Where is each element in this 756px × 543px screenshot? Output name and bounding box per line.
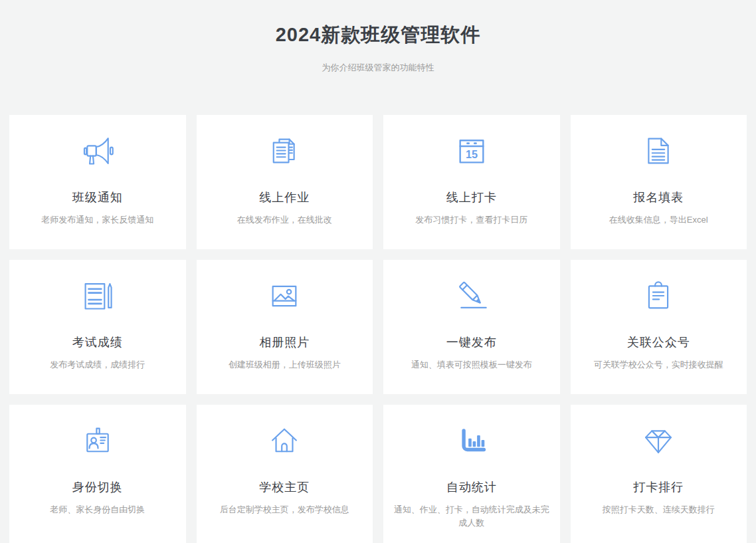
feature-card: 学校主页 后台定制学校主页，发布学校信息 bbox=[197, 405, 373, 543]
photo-icon bbox=[267, 278, 302, 313]
feature-card: 报名填表 在线收集信息，导出Excel bbox=[571, 115, 747, 249]
feature-card: 相册照片 创建班级相册，上传班级照片 bbox=[197, 260, 373, 394]
feature-card: 身份切换 老师、家长身份自由切换 bbox=[9, 405, 186, 543]
feature-title: 班级通知 bbox=[19, 189, 177, 205]
feature-card: 班级通知 老师发布通知，家长反馈通知 bbox=[9, 115, 186, 249]
feature-grid: 班级通知 老师发布通知，家长反馈通知 线上作业 在线发布作业，在线批改 15 线… bbox=[9, 115, 747, 543]
diamond-icon bbox=[641, 423, 676, 458]
feature-title: 线上打卡 bbox=[393, 189, 551, 205]
id-badge-icon bbox=[80, 423, 115, 458]
megaphone-icon bbox=[80, 134, 115, 168]
feature-title: 身份切换 bbox=[19, 479, 177, 495]
page-title: 2024新款班级管理软件 bbox=[0, 22, 756, 49]
feature-card: 关联公众号 可关联学校公众号，实时接收提醒 bbox=[571, 260, 747, 394]
feature-title: 关联公众号 bbox=[580, 334, 738, 350]
feature-card: 自动统计 通知、作业、打卡，自动统计完成及未完成人数 bbox=[383, 405, 560, 543]
feature-card: 打卡排行 按照打卡天数、连续天数排行 bbox=[571, 405, 747, 543]
svg-text:15: 15 bbox=[466, 148, 478, 160]
feature-description: 在线发布作业，在线批改 bbox=[206, 213, 364, 227]
pencil-icon bbox=[454, 278, 489, 313]
clipboard-icon bbox=[641, 278, 676, 313]
feature-description: 发布习惯打卡，查看打卡日历 bbox=[393, 213, 551, 227]
feature-title: 报名填表 bbox=[580, 189, 738, 205]
feature-description: 按照打卡天数、连续天数排行 bbox=[580, 503, 738, 516]
feature-card: 线上作业 在线发布作业，在线批改 bbox=[197, 115, 373, 249]
feature-description: 老师、家长身份自由切换 bbox=[19, 503, 177, 516]
feature-title: 线上作业 bbox=[206, 189, 364, 205]
home-icon bbox=[267, 423, 302, 458]
feature-description: 可关联学校公众号，实时接收提醒 bbox=[580, 358, 738, 372]
bar-chart-icon bbox=[454, 423, 489, 458]
feature-title: 相册照片 bbox=[206, 334, 364, 350]
calendar-icon: 15 bbox=[454, 134, 489, 168]
page-header: 2024新款班级管理软件 为你介绍班级管家的功能特性 bbox=[0, 22, 756, 74]
feature-title: 自动统计 bbox=[393, 479, 551, 495]
feature-card: 一键发布 通知、填表可按照模板一键发布 bbox=[383, 260, 560, 394]
feature-title: 考试成绩 bbox=[19, 334, 177, 350]
feature-description: 创建班级相册，上传班级照片 bbox=[206, 358, 364, 372]
feature-description: 通知、填表可按照模板一键发布 bbox=[393, 358, 551, 372]
documents-icon bbox=[267, 134, 302, 168]
page: { "header": { "title": "2024新款班级管理软件", "… bbox=[0, 0, 756, 543]
feature-title: 打卡排行 bbox=[580, 479, 738, 495]
feature-title: 学校主页 bbox=[206, 479, 364, 495]
feature-title: 一键发布 bbox=[393, 334, 551, 350]
feature-description: 发布考试成绩，成绩排行 bbox=[19, 358, 177, 372]
feature-description: 在线收集信息，导出Excel bbox=[580, 213, 738, 227]
feature-description: 通知、作业、打卡，自动统计完成及未完成人数 bbox=[393, 503, 551, 530]
page-subtitle: 为你介绍班级管家的功能特性 bbox=[0, 62, 756, 74]
feature-card: 考试成绩 发布考试成绩，成绩排行 bbox=[9, 260, 186, 394]
exam-paper-pen-icon bbox=[80, 278, 115, 313]
feature-card: 15 线上打卡 发布习惯打卡，查看打卡日历 bbox=[383, 115, 560, 249]
feature-description: 老师发布通知，家长反馈通知 bbox=[19, 213, 177, 227]
form-document-icon bbox=[641, 134, 676, 168]
feature-description: 后台定制学校主页，发布学校信息 bbox=[206, 503, 364, 516]
